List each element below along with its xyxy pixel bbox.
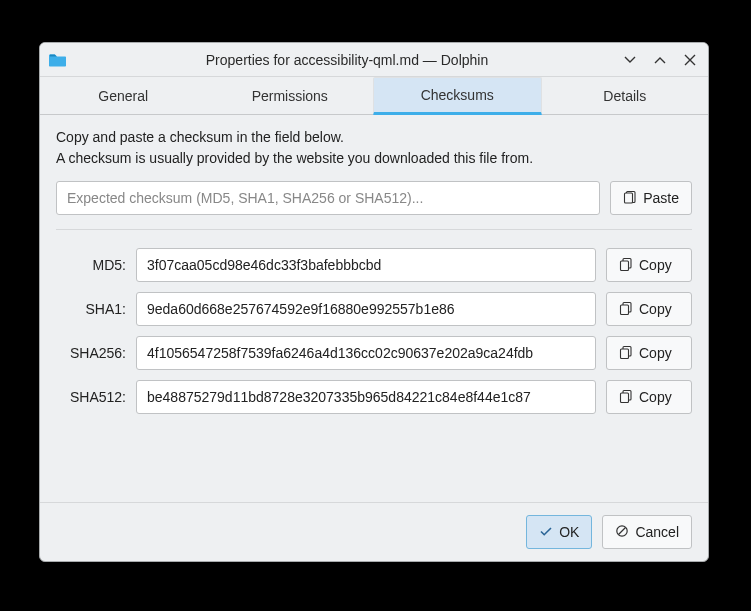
tab-label: General	[98, 88, 148, 104]
copy-label: Copy	[639, 301, 672, 317]
titlebar[interactable]: Properties for accessibility-qml.md — Do…	[40, 43, 708, 77]
copy-icon	[619, 301, 633, 318]
copy-label: Copy	[639, 389, 672, 405]
svg-rect-3	[621, 261, 629, 271]
svg-rect-5	[621, 305, 629, 315]
paste-button[interactable]: Paste	[610, 181, 692, 215]
paste-label: Paste	[643, 190, 679, 206]
intro-line2: A checksum is usually provided by the we…	[56, 148, 692, 169]
tab-label: Details	[603, 88, 646, 104]
copy-icon	[619, 389, 633, 406]
cancel-icon	[615, 524, 629, 541]
copy-icon	[619, 345, 633, 362]
check-icon	[539, 524, 553, 541]
content-area: Copy and paste a checksum in the field b…	[40, 115, 708, 502]
copy-label: Copy	[639, 257, 672, 273]
svg-rect-1	[625, 193, 633, 203]
dialog-footer: OK Cancel	[40, 502, 708, 561]
md5-label: MD5:	[56, 257, 126, 273]
checksum-grid: MD5: 3f07caa05cd98e46dc33f3bafebbbcbd Co…	[56, 248, 692, 414]
sha256-copy-button[interactable]: Copy	[606, 336, 692, 370]
intro-text: Copy and paste a checksum in the field b…	[56, 127, 692, 169]
tab-label: Checksums	[421, 87, 494, 103]
ok-label: OK	[559, 524, 579, 540]
ok-button[interactable]: OK	[526, 515, 592, 549]
window-title: Properties for accessibility-qml.md — Do…	[74, 52, 620, 68]
copy-label: Copy	[639, 345, 672, 361]
dialog-window: Properties for accessibility-qml.md — Do…	[39, 42, 709, 562]
sha1-value[interactable]: 9eda60d668e257674592e9f16880e992557b1e86	[136, 292, 596, 326]
sha1-label: SHA1:	[56, 301, 126, 317]
sha512-label: SHA512:	[56, 389, 126, 405]
tab-permissions[interactable]: Permissions	[207, 77, 374, 115]
sha256-value[interactable]: 4f1056547258f7539fa6246a4d136cc02c90637e…	[136, 336, 596, 370]
copy-icon	[619, 257, 633, 274]
cancel-label: Cancel	[635, 524, 679, 540]
tab-checksums[interactable]: Checksums	[373, 77, 542, 115]
md5-copy-button[interactable]: Copy	[606, 248, 692, 282]
separator	[56, 229, 692, 230]
sha512-copy-button[interactable]: Copy	[606, 380, 692, 414]
md5-value[interactable]: 3f07caa05cd98e46dc33f3bafebbbcbd	[136, 248, 596, 282]
clipboard-icon	[623, 190, 637, 207]
svg-rect-7	[621, 349, 629, 359]
tab-details[interactable]: Details	[542, 77, 709, 115]
expected-checksum-input[interactable]	[56, 181, 600, 215]
tab-general[interactable]: General	[40, 77, 207, 115]
sha512-value[interactable]: be48875279d11bd8728e3207335b965d84221c84…	[136, 380, 596, 414]
close-icon[interactable]	[680, 50, 700, 70]
maximize-icon[interactable]	[650, 50, 670, 70]
intro-line1: Copy and paste a checksum in the field b…	[56, 127, 692, 148]
svg-rect-9	[621, 393, 629, 403]
minimize-icon[interactable]	[620, 50, 640, 70]
sha1-copy-button[interactable]: Copy	[606, 292, 692, 326]
cancel-button[interactable]: Cancel	[602, 515, 692, 549]
tab-label: Permissions	[252, 88, 328, 104]
tab-bar: General Permissions Checksums Details	[40, 77, 708, 115]
sha256-label: SHA256:	[56, 345, 126, 361]
folder-icon	[48, 50, 68, 70]
